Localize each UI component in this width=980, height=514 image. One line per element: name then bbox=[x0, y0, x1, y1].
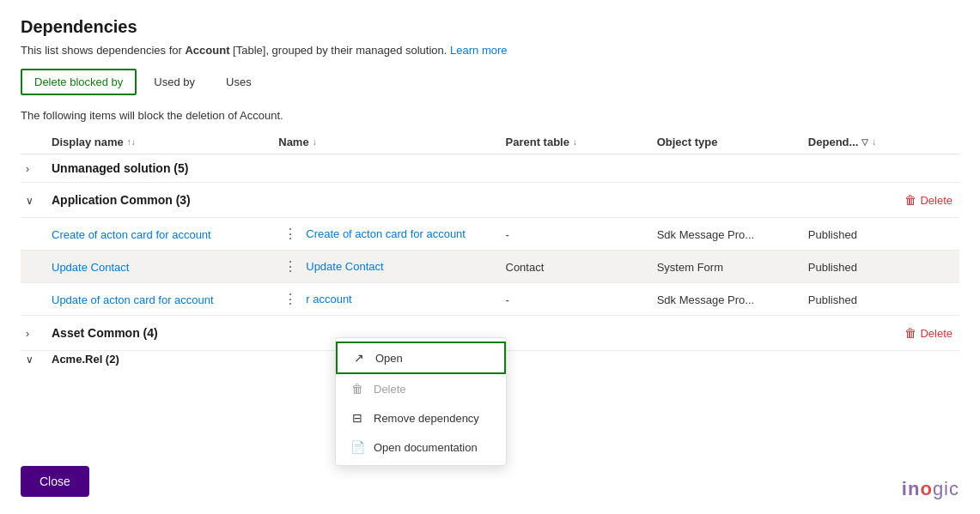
watermark: inogic bbox=[902, 478, 959, 500]
sort-icon-depend: ↓ bbox=[872, 137, 876, 147]
group-label-asset-common: Asset Common (4) bbox=[52, 326, 158, 340]
blocking-info: The following items will block the delet… bbox=[21, 109, 959, 122]
col-header-object-type: Object type bbox=[657, 136, 808, 148]
ctx-open-doc-btn[interactable]: 📄 Open documentation bbox=[336, 432, 506, 462]
close-button[interactable]: Close bbox=[21, 466, 89, 497]
row1-display-name[interactable]: Create of acton card for account bbox=[52, 228, 211, 241]
ctx-open-doc-label: Open documentation bbox=[374, 441, 478, 454]
tabs-row: Delete blocked by Used by Uses bbox=[21, 69, 959, 95]
row3-object-type: Sdk Message Pro... bbox=[657, 293, 754, 306]
row1-context-menu-btn[interactable]: ⋮ bbox=[278, 224, 302, 244]
filter-icon-depend: ▽ bbox=[861, 137, 868, 147]
ctx-delete-label: Delete bbox=[374, 383, 406, 396]
row3-depend: Published bbox=[808, 293, 857, 306]
tab-uses[interactable]: Uses bbox=[212, 69, 265, 95]
col-header-name: Name ↓ bbox=[278, 136, 505, 148]
doc-icon: 📄 bbox=[350, 440, 365, 454]
row2-name[interactable]: Update Contact bbox=[306, 260, 383, 273]
sort-icon-name: ↓ bbox=[313, 137, 317, 147]
table-row: Update of acton card for account ⋮ r acc… bbox=[21, 283, 959, 316]
open-icon: ↗ bbox=[351, 351, 367, 365]
col-header-parent-table: Parent table ↓ bbox=[506, 136, 657, 148]
ctx-delete-btn[interactable]: 🗑 Delete bbox=[336, 374, 506, 403]
row3-display-name[interactable]: Update of acton card for account bbox=[52, 293, 214, 306]
table-row: Create of acton card for account ⋮ Creat… bbox=[21, 218, 959, 251]
col-header-display-name: Display name ↑↓ bbox=[52, 136, 278, 148]
row3-name[interactable]: r account bbox=[306, 293, 351, 305]
subtitle-after: [Table], grouped by their managed soluti… bbox=[229, 44, 447, 57]
subtitle: This list shows dependencies for Account… bbox=[21, 44, 959, 57]
row2-display-name[interactable]: Update Contact bbox=[52, 261, 129, 274]
group-delete-btn-app-common[interactable]: 🗑 Delete bbox=[898, 190, 959, 210]
group-delete-btn-asset-common[interactable]: 🗑 Delete bbox=[898, 323, 959, 343]
delete-icon-asset-common: 🗑 bbox=[904, 326, 916, 340]
watermark-gic: gic bbox=[933, 478, 959, 499]
page-title: Dependencies bbox=[21, 17, 959, 37]
group-label-unmanaged: Unmanaged solution (5) bbox=[52, 161, 188, 175]
expand-icon-partial[interactable]: ∨ bbox=[21, 352, 39, 366]
row2-depend: Published bbox=[808, 261, 857, 274]
table-row: Update Contact ⋮ Update Contact Contact … bbox=[21, 251, 959, 283]
row1-name[interactable]: Create of acton card for account bbox=[306, 227, 466, 240]
row3-parent-table: - bbox=[506, 293, 509, 306]
table-header: Display name ↑↓ Name ↓ Parent table ↓ Ob… bbox=[21, 130, 959, 154]
row1-object-type: Sdk Message Pro... bbox=[657, 228, 754, 241]
group-unmanaged: › Unmanaged solution (5) bbox=[21, 154, 959, 183]
group-label-app-common: Application Common (3) bbox=[52, 193, 191, 207]
sort-icon-display: ↑↓ bbox=[127, 137, 136, 147]
tab-delete-blocked-by[interactable]: Delete blocked by bbox=[21, 69, 137, 95]
row2-parent-table: Contact bbox=[506, 261, 545, 274]
sort-icon-parent: ↓ bbox=[573, 137, 577, 147]
row3-context-menu-btn[interactable]: ⋮ bbox=[278, 289, 302, 309]
watermark-in: in bbox=[902, 478, 921, 499]
group-label-partial: Acme.Rel (2) bbox=[52, 353, 119, 366]
delete-icon-app-common: 🗑 bbox=[904, 193, 916, 207]
remove-dep-icon: ⊟ bbox=[350, 411, 365, 425]
row1-depend: Published bbox=[808, 228, 857, 241]
group-application-common: ∨ Application Common (3) 🗑 Delete bbox=[21, 183, 959, 218]
ctx-remove-dep-btn[interactable]: ⊟ Remove dependency bbox=[336, 403, 506, 432]
ctx-open-label: Open bbox=[375, 352, 403, 365]
ctx-open-btn[interactable]: ↗ Open bbox=[336, 342, 506, 374]
watermark-o: o bbox=[920, 478, 932, 499]
expand-icon-asset-common[interactable]: › bbox=[21, 326, 34, 342]
ctx-remove-dep-label: Remove dependency bbox=[374, 412, 479, 425]
context-menu: ↗ Open 🗑 Delete ⊟ Remove dependency 📄 Op… bbox=[335, 337, 507, 466]
subtitle-bold: Account bbox=[185, 44, 229, 57]
learn-more-link[interactable]: Learn more bbox=[450, 44, 507, 57]
ctx-delete-icon: 🗑 bbox=[350, 382, 365, 396]
col-header-depend: Depend... ▽ ↓ bbox=[808, 136, 959, 148]
row2-context-menu-btn[interactable]: ⋮ bbox=[278, 257, 302, 276]
subtitle-before: This list shows dependencies for bbox=[21, 44, 185, 57]
expand-icon-unmanaged[interactable]: › bbox=[21, 161, 34, 177]
row1-parent-table: - bbox=[506, 228, 509, 241]
tab-used-by[interactable]: Used by bbox=[140, 69, 209, 95]
expand-icon-app-common[interactable]: ∨ bbox=[21, 193, 39, 209]
row2-object-type: System Form bbox=[657, 261, 723, 274]
